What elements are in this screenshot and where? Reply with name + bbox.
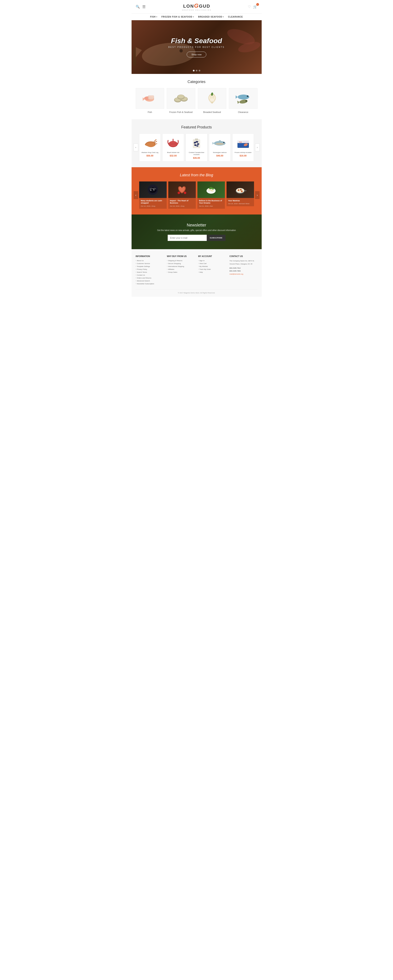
svg-point-58 [153, 189, 155, 191]
blog-prev-button[interactable]: ‹ [134, 191, 138, 199]
shop-now-button[interactable]: Shop now [187, 52, 206, 57]
footer-link-affiliates[interactable]: ›Affiliates [167, 268, 195, 270]
footer-link-template[interactable]: ›Template Settings [136, 265, 164, 267]
newsletter-subscribe-button[interactable]: SUBSCRIBE [207, 235, 225, 241]
wishlist-icon[interactable]: ♡ [248, 5, 251, 9]
blog-info-2: Believe in the Business of Your Dreams O… [197, 198, 225, 209]
fish-category-icon [142, 91, 158, 106]
blog-food-icon-1 [176, 183, 188, 196]
footer-col-account: My account ›Sign In ›View Cart ›My Wishl… [198, 255, 226, 285]
menu-icon[interactable]: ☰ [142, 5, 146, 9]
footer-link-contact[interactable]: ›Contact Us [136, 274, 164, 276]
hero-subtitle: BEST PRODUCTS FOR BEST CLIENTS [168, 46, 224, 48]
footer-link-customer[interactable]: ›Customer Service [136, 262, 164, 264]
product-name-0: Alaskan King Crab Leg [142, 151, 159, 154]
svg-point-68 [240, 189, 242, 191]
footer-link-track-order[interactable]: ›Track My Order [198, 268, 226, 270]
blog-img-3 [226, 181, 254, 198]
nav-breaded[interactable]: BREADED SEAFOOD ▾ [198, 16, 224, 18]
featured-section: Featured Products ‹ Alaskan King Crab Le… [132, 119, 262, 167]
svg-point-60 [184, 192, 186, 194]
svg-marker-46 [213, 142, 214, 145]
svg-point-48 [223, 142, 224, 143]
cart-badge: 0 [256, 3, 259, 6]
footer-link-signin[interactable]: ›Sign In [198, 259, 226, 262]
svg-point-29 [239, 99, 248, 104]
blog-post-2[interactable]: Believe in the Business of Your Dreams O… [197, 181, 225, 209]
hero-dot-1[interactable] [193, 70, 194, 72]
footer-link-advanced[interactable]: ›Advanced Search [136, 280, 164, 282]
logo-subtitle: SEAFOOD DELICACIES [182, 9, 212, 11]
svg-text:MORRELA: MORRELA [194, 141, 199, 142]
footer-account-title: My account [198, 255, 226, 258]
nav-clearance[interactable]: CLEARANCE [228, 16, 243, 18]
blog-food-icon-3 [234, 183, 247, 196]
blog-next-button[interactable]: › [255, 191, 259, 199]
main-nav: FISH ▾ FROZEN FISH & SEAFOOD ▾ BREADED S… [132, 14, 262, 20]
hero-dot-2[interactable] [196, 70, 197, 72]
product-img-4: Real [235, 136, 252, 150]
blog-title: Latest from the Blog [134, 173, 259, 177]
search-icon[interactable]: 🔍 [136, 5, 140, 9]
footer-link-shipping[interactable]: ›Shipping & Returns [167, 259, 195, 262]
logo[interactable]: LONGGUD SEAFOOD DELICACIES [182, 3, 212, 11]
footer-contact-info: The Company Name Inc. 8870 St. Vincent P… [229, 259, 258, 275]
footer-link-group-sales[interactable]: ›Group Sales [167, 271, 195, 273]
blog-post-0[interactable]: Many students are cash-strapped Oct 14, … [139, 181, 167, 209]
slider-next-button[interactable]: › [255, 143, 259, 151]
product-card-1[interactable]: Brazil lobster tail $32.00 [162, 134, 184, 161]
newsletter-email-input[interactable] [168, 235, 207, 241]
cart-icon[interactable]: 🛒 0 [253, 5, 257, 9]
category-fish[interactable]: Fish [136, 88, 164, 113]
blog-img-0 [139, 181, 167, 198]
footer-info-list: ›About Us ›Customer Service ›Template Se… [136, 259, 164, 285]
footer-email[interactable]: mail@demoink.org [229, 273, 258, 275]
blog-img-1 [168, 181, 196, 198]
blog-food-icon-2 [205, 183, 217, 196]
blog-post-title-3: Your Mantras [228, 200, 252, 202]
product-card-0[interactable]: Alaskan King Crab Leg $56.00 [139, 134, 161, 161]
cat-frozen-img [167, 88, 196, 109]
footer-link-orders[interactable]: ›Orders and Returns [136, 277, 164, 279]
svg-point-67 [238, 189, 239, 191]
footer-link-about[interactable]: ›About Us [136, 259, 164, 262]
footer-link-view-cart[interactable]: ›View Cart [198, 262, 226, 264]
category-frozen[interactable]: Frozen Fish & Seafood [167, 88, 196, 113]
category-clearance[interactable]: Clearance [229, 88, 258, 113]
footer-link-search-terms[interactable]: ›Search Terms [136, 271, 164, 273]
footer-link-intl-shipping[interactable]: ›International Shipping [167, 265, 195, 267]
svg-point-33 [169, 141, 177, 146]
product-name-3: Norwegian salmon [211, 151, 228, 154]
featured-title: Featured Products [134, 125, 259, 129]
slider-prev-button[interactable]: ‹ [134, 143, 138, 151]
footer-col-contact: Contact us The Company Name Inc. 8870 St… [229, 255, 258, 285]
product-card-3[interactable]: Norwegian salmon $46.00 [209, 134, 231, 161]
footer-link-help[interactable]: ›Help [198, 271, 226, 273]
footer-link-newsletter-sub[interactable]: ›Newsletter Subscription [136, 283, 164, 285]
product-card-2[interactable]: MORRELA Cooked Canada blue mussels $36.0… [186, 134, 207, 161]
cat-fish-label: Fish [148, 111, 152, 113]
product-card-4[interactable]: Real Frozen shrimp ecuador $16.00 [232, 134, 254, 161]
footer-phone-2: 800-2345-7893 [229, 270, 258, 272]
footer-col-why: Why buy from us ›Shipping & Returns ›Sec… [167, 255, 195, 285]
category-breaded[interactable]: Breaded Seafood [198, 88, 226, 113]
svg-rect-5 [134, 49, 134, 66]
blog-post-3[interactable]: Your Mantras Oct 24, 2016 • Bernard Silv… [226, 181, 254, 209]
shrimp-box-icon: Real [237, 137, 250, 149]
hero-dots [193, 70, 200, 72]
footer-link-privacy[interactable]: ›Privacy Policy [136, 268, 164, 270]
svg-point-59 [178, 192, 180, 194]
svg-marker-30 [237, 100, 240, 104]
newsletter-title: Newsletter [136, 223, 258, 228]
mussels-bag-icon: MORRELA [191, 137, 202, 149]
blog-post-title-2: Believe in the Business of Your Dreams [199, 200, 223, 204]
nav-frozen[interactable]: FROZEN FISH & SEAFOOD ▾ [161, 16, 194, 18]
blog-post-1[interactable]: Impact - The Heart of Business Oct 19, 2… [168, 181, 196, 209]
svg-point-28 [247, 95, 248, 97]
blog-track: Many students are cash-strapped Oct 14, … [139, 181, 254, 209]
footer-phone-1: 800-2345-7912 [229, 267, 258, 270]
footer-link-secure[interactable]: ›Secure Shopping [167, 262, 195, 264]
footer-link-wishlist[interactable]: ›My Wishlist [198, 265, 226, 267]
nav-fish[interactable]: FISH ▾ [150, 16, 158, 18]
hero-dot-3[interactable] [199, 70, 200, 72]
